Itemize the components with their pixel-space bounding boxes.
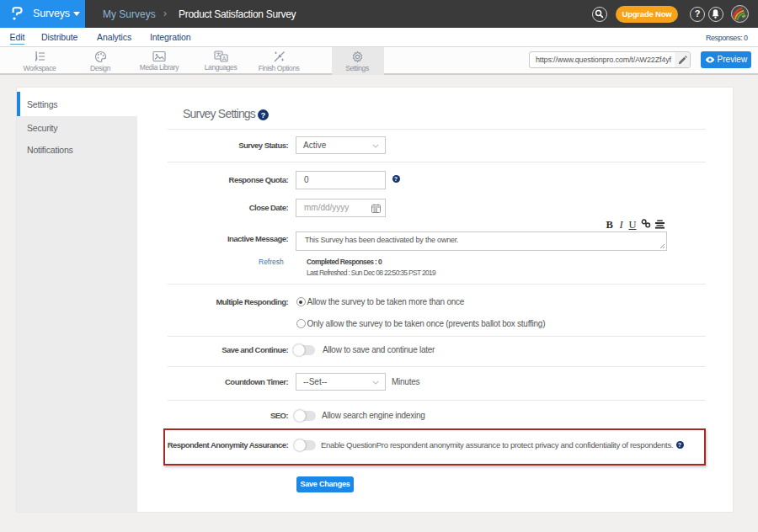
svg-text:A: A <box>222 56 226 61</box>
